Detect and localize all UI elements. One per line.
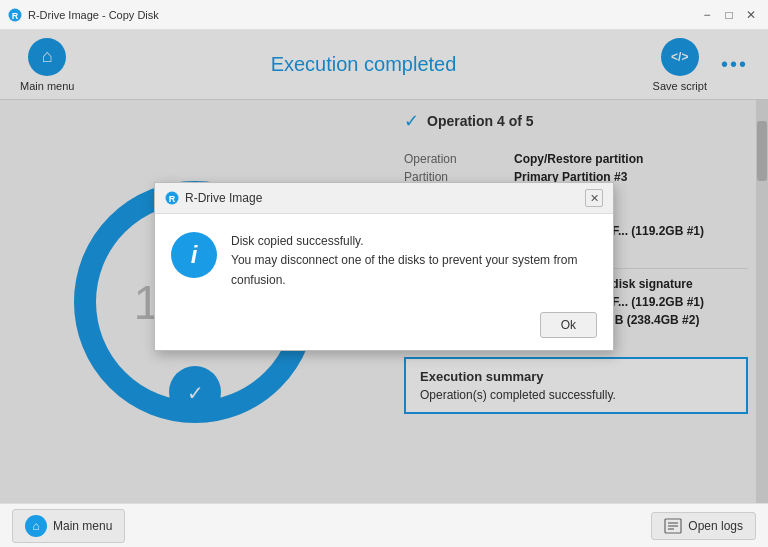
dialog-info-icon: i	[171, 232, 217, 278]
ok-button[interactable]: Ok	[540, 312, 597, 338]
dialog-title-left: R R-Drive Image	[165, 191, 262, 205]
dialog: R R-Drive Image ✕ i Disk copied successf…	[154, 182, 614, 351]
dialog-title-text: R-Drive Image	[185, 191, 262, 205]
open-logs-label: Open logs	[688, 519, 743, 533]
footer-home-icon: ⌂	[25, 515, 47, 537]
dialog-body: i Disk copied successfully. You may disc…	[155, 214, 613, 304]
footer-main-menu-label: Main menu	[53, 519, 112, 533]
open-logs-button[interactable]: Open logs	[651, 512, 756, 540]
dialog-message: Disk copied successfully. You may discon…	[231, 232, 597, 290]
dialog-line1: Disk copied successfully.	[231, 232, 597, 251]
minimize-button[interactable]: −	[698, 6, 716, 24]
maximize-button[interactable]: □	[720, 6, 738, 24]
window-title: R-Drive Image - Copy Disk	[28, 9, 159, 21]
dialog-close-button[interactable]: ✕	[585, 189, 603, 207]
open-logs-icon	[664, 518, 682, 534]
dialog-line2: You may disconnect one of the disks to p…	[231, 251, 597, 289]
title-bar: R R-Drive Image - Copy Disk − □ ✕	[0, 0, 768, 30]
dialog-overlay: R R-Drive Image ✕ i Disk copied successf…	[0, 30, 768, 503]
footer-main-menu-button[interactable]: ⌂ Main menu	[12, 509, 125, 543]
title-bar-left: R R-Drive Image - Copy Disk	[8, 8, 159, 22]
title-bar-controls: − □ ✕	[698, 6, 760, 24]
dialog-logo-icon: R	[165, 191, 179, 205]
footer: ⌂ Main menu Open logs	[0, 503, 768, 547]
app-logo-icon: R	[8, 8, 22, 22]
svg-text:R: R	[12, 11, 19, 21]
close-button[interactable]: ✕	[742, 6, 760, 24]
dialog-footer: Ok	[155, 304, 613, 350]
svg-text:R: R	[169, 194, 176, 204]
dialog-titlebar: R R-Drive Image ✕	[155, 183, 613, 214]
